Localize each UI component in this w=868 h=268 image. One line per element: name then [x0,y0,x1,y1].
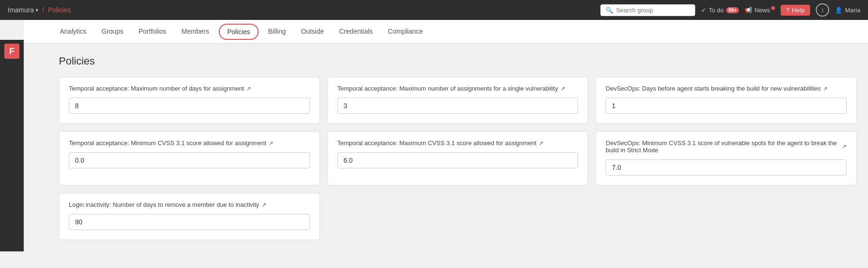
chevron-down-icon: ▾ [36,7,38,13]
search-group-input[interactable] [616,7,690,14]
tab-analytics[interactable]: Analytics [52,20,94,43]
breadcrumb-current: Policies [48,6,71,14]
policy-card-2: Temporal acceptance: Maximum number of a… [327,77,588,124]
policy-card-6-input[interactable] [606,159,847,176]
app-logo[interactable]: F [4,44,19,59]
tab-bar: Analytics Groups Portfolios Members Poli… [24,20,868,44]
tab-outside[interactable]: Outside [293,20,331,43]
policy-card-7-input[interactable] [69,214,310,230]
policy-card-1-input[interactable] [69,98,310,114]
policy-card-6-label: DevSecOps: Minimum CVSS 3.1 score of vul… [606,139,847,154]
main-content: Policies Temporal acceptance: Maximum nu… [47,44,868,251]
policy-card-2-input[interactable] [337,98,579,114]
external-link-icon-4[interactable]: ↗ [269,140,273,147]
help-icon: ? [786,7,790,14]
external-link-icon-3[interactable]: ↗ [823,85,828,92]
megaphone-icon: 📢 [745,7,752,14]
logo-icon: F [9,46,15,56]
checkmark-icon: ✓ [701,7,706,14]
policy-card-5: Temporal acceptance: Maximum CVSS 3.1 sc… [327,131,588,185]
tab-groups[interactable]: Groups [94,20,131,43]
tab-credentials[interactable]: Credentials [332,20,381,43]
breadcrumb: Imamura ▾ / Policies [8,6,71,14]
tab-billing[interactable]: Billing [261,20,293,43]
topbar-actions: 🔍 ✓ To do 99+ 📢 News ? Help i 👤 Maria [600,3,860,17]
search-icon: 🔍 [606,7,613,14]
policy-card-3: DevSecOps: Days before agent starts brea… [596,77,857,124]
news-label: News [755,7,770,14]
policies-cards-grid: Temporal acceptance: Maximum number of d… [59,77,857,240]
policy-card-5-input[interactable] [337,152,579,168]
help-label: Help [792,7,805,14]
external-link-icon-2[interactable]: ↗ [560,85,565,92]
breadcrumb-org[interactable]: Imamura ▾ [8,6,38,14]
page-title: Policies [59,55,857,67]
news-notification-dot [771,6,775,10]
external-link-icon-6[interactable]: ↗ [842,143,847,150]
policy-card-3-input[interactable] [606,98,847,114]
sidebar: F [0,40,24,251]
external-link-icon-5[interactable]: ↗ [539,140,543,147]
policy-card-4-input[interactable] [69,152,310,168]
user-name: Maria [845,7,860,14]
info-button[interactable]: i [816,3,829,17]
policy-card-3-label: DevSecOps: Days before agent starts brea… [606,85,847,92]
breadcrumb-separator: / [42,6,44,14]
policy-card-6: DevSecOps: Minimum CVSS 3.1 score of vul… [596,131,857,185]
policy-card-4: Temporal acceptance: Minimum CVSS 3.1 sc… [59,131,320,185]
policy-card-1-label: Temporal acceptance: Maximum number of d… [69,85,310,92]
todo-badge: 99+ [726,7,739,13]
topbar: Imamura ▾ / Policies 🔍 ✓ To do 99+ 📢 New… [0,0,868,20]
tab-members[interactable]: Members [174,20,216,43]
policy-card-1: Temporal acceptance: Maximum number of d… [59,77,320,124]
help-button[interactable]: ? Help [781,5,811,16]
tab-compliance[interactable]: Compliance [380,20,430,43]
tab-policies[interactable]: Policies [219,24,259,40]
policy-card-5-label: Temporal acceptance: Maximum CVSS 3.1 sc… [337,139,579,147]
external-link-icon-7[interactable]: ↗ [261,202,266,208]
org-name: Imamura [8,6,34,14]
policy-card-7: Login inactivity: Number of days to remo… [59,193,320,240]
policy-card-2-label: Temporal acceptance: Maximum number of a… [337,85,579,92]
user-menu[interactable]: 👤 Maria [835,7,860,14]
todo-button[interactable]: ✓ To do 99+ [701,7,739,14]
user-icon: 👤 [835,7,842,14]
policy-card-7-label: Login inactivity: Number of days to remo… [69,201,310,208]
search-group-box[interactable]: 🔍 [600,4,695,16]
info-icon: i [822,7,823,14]
policy-card-4-label: Temporal acceptance: Minimum CVSS 3.1 sc… [69,139,310,147]
todo-label: To do [709,7,724,14]
tab-portfolios[interactable]: Portfolios [131,20,174,43]
news-button[interactable]: 📢 News [745,7,775,14]
external-link-icon-1[interactable]: ↗ [246,85,251,92]
